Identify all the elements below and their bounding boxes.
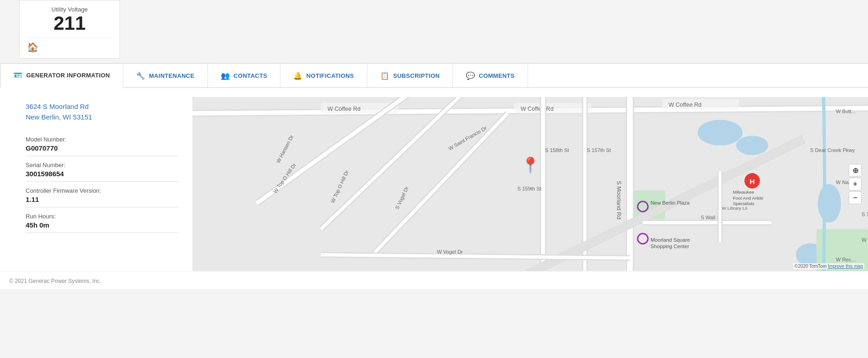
subscribe-icon: 📋 (380, 71, 389, 80)
zoom-in-button[interactable]: + (849, 178, 862, 190)
svg-text:S 158th St: S 158th St (545, 147, 569, 153)
map-attribution: ©2020 TomTom Improve this map (793, 263, 864, 269)
svg-text:Shopping Center: Shopping Center (650, 244, 689, 250)
svg-text:Moorland Square: Moorland Square (650, 238, 690, 243)
tab-label-notifications: NOTIFICATIONS (306, 72, 354, 79)
svg-text:S 157th St: S 157th St (587, 147, 611, 153)
run-hours-label: Run Hours: (26, 213, 179, 220)
tabs-nav: 🪪 GENERATOR INFORMATION 🔧 MAINTENANCE 👥 … (0, 63, 868, 88)
svg-text:W Vogel Dr: W Vogel Dr (437, 249, 463, 255)
tab-label-maintenance: MAINTENANCE (149, 72, 194, 79)
svg-text:W Library Ln: W Library Ln (722, 206, 748, 211)
svg-point-3 (818, 184, 841, 222)
copyright-text: © 2021 Generac Power Systems, Inc. (9, 278, 101, 284)
serial-number-label: Serial Number: (26, 162, 179, 168)
wrench-icon: 🔧 (136, 71, 145, 80)
map-pin: 📍 (521, 156, 540, 174)
svg-text:W Rec...: W Rec... (836, 257, 856, 262)
svg-rect-0 (192, 97, 868, 271)
main-content: 3624 S Moorland Rd New Berlin, WI 53151 … (0, 88, 868, 271)
svg-text:W Coffee Rd: W Coffee Rd (669, 102, 702, 108)
people-icon: 👥 (221, 71, 230, 80)
model-number-label: Model Number: (26, 136, 179, 143)
svg-text:S 147th...: S 147th... (862, 212, 868, 217)
svg-text:W Butt...: W Butt... (836, 109, 856, 114)
voltage-label: Utility Voltage (27, 6, 112, 13)
chat-icon: 💬 (466, 71, 475, 80)
svg-text:New Berlin Plaza: New Berlin Plaza (650, 200, 690, 206)
tab-subscription[interactable]: 📋 SUBSCRIPTION (367, 64, 453, 87)
voltage-card: Utility Voltage 211 🏠 (19, 0, 120, 59)
tab-generator-information[interactable]: 🪪 GENERATOR INFORMATION (0, 64, 123, 88)
info-panel: 3624 S Moorland Rd New Berlin, WI 53151 … (0, 97, 192, 271)
top-area: Utility Voltage 211 🏠 (0, 0, 868, 63)
firmware-row: Controller Firmware Version: 1.11 (26, 183, 179, 207)
svg-text:W Coffee Rd: W Coffee Rd (328, 106, 360, 112)
tab-comments[interactable]: 💬 COMMENTS (453, 64, 528, 87)
model-number-row: Model Number: G0070770 (26, 131, 179, 156)
voltage-value: 211 (27, 13, 112, 34)
footer: © 2021 Generac Power Systems, Inc. (0, 271, 868, 289)
svg-text:H: H (750, 178, 755, 185)
firmware-label: Controller Firmware Version: (26, 187, 179, 194)
svg-text:W Ced...: W Ced... (862, 238, 868, 243)
firmware-value: 1.11 (26, 195, 179, 203)
tab-label-comments: COMMENTS (479, 72, 514, 79)
svg-text:Milwaukee: Milwaukee (733, 190, 754, 195)
svg-text:Foot And Ankle: Foot And Ankle (733, 195, 764, 201)
zoom-out-button[interactable]: − (849, 191, 862, 204)
run-hours-value: 45h 0m (26, 221, 179, 229)
home-icon: 🏠 (27, 42, 38, 52)
svg-text:S Moorland Rd: S Moorland Rd (616, 181, 622, 219)
address-line1: 3624 S Moorland Rd (26, 102, 179, 112)
map-area[interactable]: W Coffee Rd W Coffee Rd W Coffee Rd W To… (192, 97, 868, 271)
tab-maintenance[interactable]: 🔧 MAINTENANCE (123, 64, 208, 87)
attribution-text: ©2020 TomTom (795, 264, 827, 269)
serial-number-row: Serial Number: 3001598654 (26, 157, 179, 182)
home-icon-row: 🏠 (27, 38, 112, 53)
improve-link[interactable]: Improve this map (828, 264, 863, 269)
address-line2: New Berlin, WI 53151 (26, 112, 179, 123)
map-controls: ⊕ + − (849, 164, 862, 204)
serial-number-value: 3001598654 (26, 170, 179, 178)
bell-icon: 🔔 (293, 71, 302, 80)
tab-notifications[interactable]: 🔔 NOTIFICATIONS (280, 64, 367, 87)
svg-point-2 (736, 136, 768, 155)
tab-contacts[interactable]: 👥 CONTACTS (208, 64, 281, 87)
run-hours-row: Run Hours: 45h 0m (26, 208, 179, 233)
tab-label-subscription: SUBSCRIPTION (393, 72, 440, 79)
tab-label-generator-information: GENERATOR INFORMATION (26, 72, 110, 79)
tab-label-contacts: CONTACTS (234, 72, 267, 79)
person-card-icon: 🪪 (13, 71, 22, 80)
svg-text:W Coffee Rd: W Coffee Rd (520, 106, 553, 112)
svg-text:S 159th St: S 159th St (517, 186, 541, 191)
map-svg: W Coffee Rd W Coffee Rd W Coffee Rd W To… (192, 97, 868, 271)
model-number-value: G0070770 (26, 144, 179, 152)
svg-point-1 (698, 120, 742, 146)
locate-button[interactable]: ⊕ (849, 164, 862, 177)
svg-text:S Dear Creek Pkwy: S Dear Creek Pkwy (810, 147, 855, 153)
address-block: 3624 S Moorland Rd New Berlin, WI 53151 (26, 102, 179, 122)
svg-text:Specialists: Specialists (733, 201, 754, 206)
